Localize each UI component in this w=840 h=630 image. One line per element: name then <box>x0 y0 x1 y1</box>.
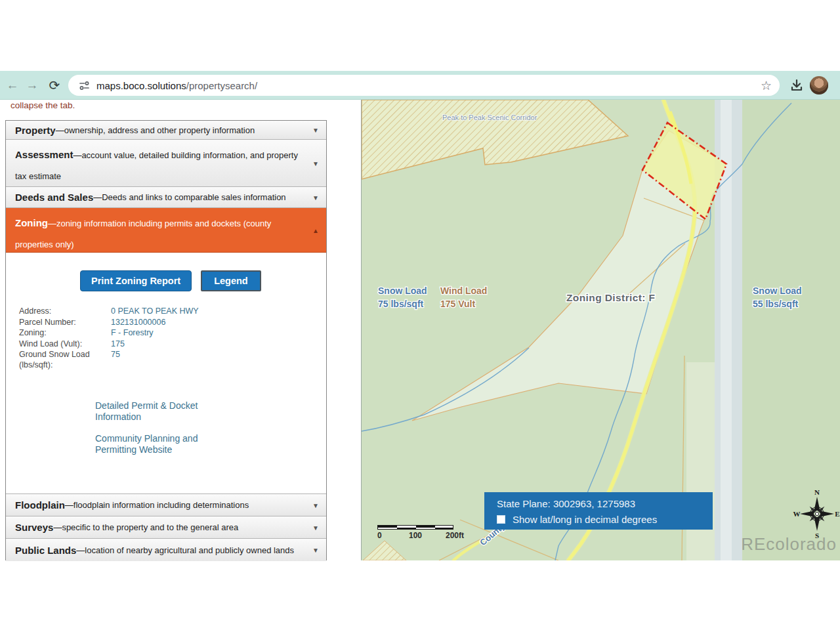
forward-icon[interactable]: → <box>24 77 41 94</box>
chevron-down-icon: ▼ <box>312 501 319 509</box>
state-plane-box: State Plane: 3002963, 1275983 Show lat/l… <box>484 492 713 530</box>
section-desc: —location of nearby agricultural and pub… <box>76 545 294 555</box>
wind-load-label: Wind Load <box>440 285 487 296</box>
chevron-down-icon: ▼ <box>312 194 319 201</box>
map-scalebar: 0 100 200ft <box>377 525 476 540</box>
field-value: 175 <box>111 339 295 350</box>
screen: ← → ⟳ maps.boco.solutions/propertysearch… <box>0 0 840 630</box>
corridor-label: Peak to Peak Scenic Corridor <box>442 114 537 121</box>
url-text: maps.boco.solutions/propertysearch/ <box>96 80 257 91</box>
scale-tick-200: 200ft <box>446 531 464 540</box>
url-host: maps.boco.solutions <box>96 80 186 91</box>
snow-load-east-value: 55 lbs/sqft <box>753 299 799 309</box>
field-value: 132131000006 <box>111 318 295 328</box>
section-title: Surveys <box>15 522 53 533</box>
section-title: Property <box>15 125 56 136</box>
accordion-zoning[interactable]: Zoning—zoning information including perm… <box>6 208 326 253</box>
profile-avatar[interactable] <box>810 76 828 94</box>
zoning-details: Address: 0 PEAK TO PEAK HWY Parcel Numbe… <box>19 306 295 370</box>
field-label: Zoning: <box>19 328 111 339</box>
snow-load-west-value: 75 lbs/sqft <box>378 299 424 309</box>
chevron-down-icon: ▼ <box>312 127 319 134</box>
map-container: Peak to Peak Scenic Corridor Snow Load 7… <box>361 100 840 560</box>
url-path: /propertysearch/ <box>186 80 257 91</box>
field-label: Parcel Number: <box>19 318 111 328</box>
site-settings-icon[interactable] <box>79 80 90 91</box>
print-zoning-report-button[interactable]: Print Zoning Report <box>80 270 192 291</box>
pale-strip <box>686 362 715 560</box>
section-desc: —floodplain information including determ… <box>65 500 249 510</box>
compass-w: W <box>793 510 801 518</box>
browser-toolbar: ← → ⟳ maps.boco.solutions/propertysearch… <box>0 71 840 100</box>
compass-rose-icon: N E S W <box>792 488 840 541</box>
zoning-section-body: Print Zoning Report Legend Address: 0 PE… <box>6 253 326 494</box>
compass-e: E <box>835 510 839 518</box>
section-desc: —specific to the property and to the gen… <box>53 522 238 532</box>
field-label: Address: <box>19 306 111 317</box>
latlong-checkbox[interactable] <box>497 515 505 524</box>
accordion-deeds-sales[interactable]: Deeds and Sales —Deeds and links to comp… <box>6 187 326 208</box>
section-desc: —Deeds and links to comparable sales inf… <box>93 192 285 202</box>
section-title: Assessment <box>15 149 73 160</box>
field-value: 75 <box>111 350 295 370</box>
accordion-assessment[interactable]: Assessment—account value, detailed build… <box>6 140 326 187</box>
zoning-links: Detailed Permit & Docket Information Com… <box>95 400 326 455</box>
accordion-public-lands[interactable]: Public Lands —location of nearby agricul… <box>6 539 326 561</box>
bookmark-star-icon[interactable]: ☆ <box>761 78 772 93</box>
reload-icon[interactable]: ⟳ <box>46 77 63 94</box>
snow-load-west-label: Snow Load <box>378 285 427 296</box>
permit-docket-link[interactable]: Detailed Permit & Docket Information <box>95 400 213 422</box>
scale-tick-0: 0 <box>377 531 382 540</box>
section-desc: —zoning information including permits an… <box>15 219 271 249</box>
legend-button[interactable]: Legend <box>201 270 261 291</box>
field-label: Wind Load (Vult): <box>19 339 111 350</box>
section-title: Deeds and Sales <box>15 192 93 203</box>
zoning-buttons-row: Print Zoning Report Legend <box>80 270 326 291</box>
scalebar-band <box>377 525 453 530</box>
field-value: F - Forestry <box>111 328 295 339</box>
state-plane-coords: State Plane: 3002963, 1275983 <box>497 498 713 509</box>
field-label: Ground Snow Load (lbs/sqft): <box>19 350 98 370</box>
address-bar[interactable]: maps.boco.solutions/propertysearch/ ☆ <box>68 75 780 96</box>
field-value: 0 PEAK TO PEAK HWY <box>111 306 295 317</box>
compass-n: N <box>814 488 820 496</box>
section-title: Public Lands <box>15 545 76 556</box>
section-title: Zoning <box>15 217 48 228</box>
wind-load-value: 175 Vult <box>440 299 476 309</box>
property-info-panel: Property—ownership, address and other pr… <box>5 120 327 560</box>
accordion-surveys[interactable]: Surveys—specific to the property and to … <box>6 516 326 539</box>
download-icon[interactable] <box>789 77 805 94</box>
snow-load-east-label: Snow Load <box>753 285 802 296</box>
accordion-property[interactable]: Property—ownership, address and other pr… <box>6 121 326 140</box>
section-desc: —ownership, address and other property i… <box>56 125 255 135</box>
zoning-district-label: Zoning District: F <box>566 292 656 303</box>
section-title: Floodplain <box>15 499 65 511</box>
latlong-label: Show lat/long in decimal degrees <box>513 514 657 525</box>
chevron-down-icon: ▼ <box>312 153 319 173</box>
chevron-up-icon: ▲ <box>312 220 319 240</box>
accordion-floodplain[interactable]: Floodplain —floodplain information inclu… <box>6 494 326 516</box>
back-icon[interactable]: ← <box>4 77 21 94</box>
collapse-tab-note: collapse the tab. <box>10 100 75 110</box>
recolorado-watermark: REcolorado <box>741 534 837 555</box>
map-canvas[interactable]: Peak to Peak Scenic Corridor Snow Load 7… <box>362 100 840 560</box>
chevron-down-icon: ▼ <box>312 524 319 531</box>
chevron-down-icon: ▼ <box>312 547 319 554</box>
scale-tick-100: 100 <box>409 531 422 540</box>
planning-website-link[interactable]: Community Planning and Permitting Websit… <box>95 433 213 455</box>
